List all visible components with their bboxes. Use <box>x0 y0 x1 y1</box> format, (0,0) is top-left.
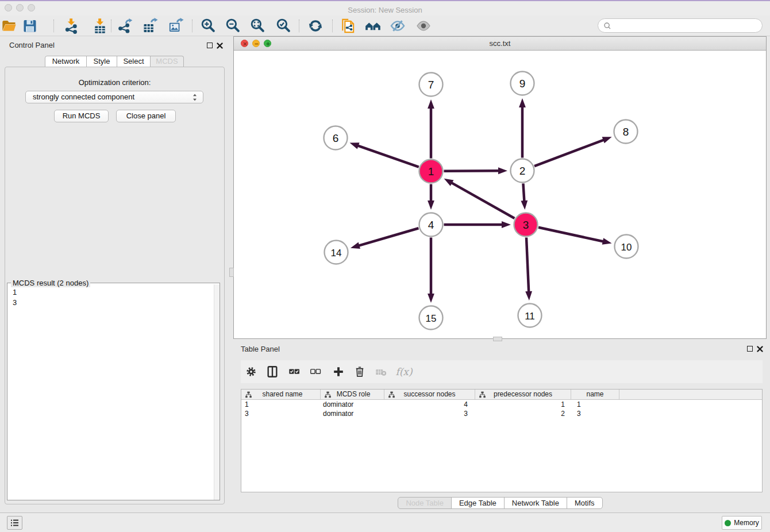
edge-1-4[interactable] <box>428 184 434 210</box>
column-header-predecessor-nodes[interactable]: predecessor nodes <box>475 390 571 399</box>
table-cell[interactable]: 3 <box>241 409 321 418</box>
network-canvas[interactable]: 7968124314101511 <box>234 51 766 339</box>
tab-motifs[interactable]: Motifs <box>567 497 603 509</box>
edge-1-2[interactable] <box>444 167 507 174</box>
mcds-result-text[interactable]: 1 3 <box>7 284 214 500</box>
import-network-button[interactable] <box>61 17 82 34</box>
table-cell[interactable]: 3 <box>571 409 619 418</box>
run-mcds-button[interactable]: Run MCDS <box>54 110 109 122</box>
mcds-result-scrollbar[interactable] <box>214 284 220 500</box>
node-4[interactable]: 4 <box>419 213 443 237</box>
gear-button[interactable] <box>244 365 259 379</box>
node-3[interactable]: 3 <box>514 213 538 237</box>
edge-1-6[interactable] <box>350 142 419 167</box>
control-panel-close-icon[interactable] <box>217 43 223 49</box>
edge-2-3[interactable] <box>521 183 528 210</box>
column-header-name[interactable]: name <box>571 390 619 399</box>
deselect-all-button[interactable] <box>308 365 323 379</box>
zoom-in-button[interactable] <box>198 17 219 34</box>
close-panel-button[interactable]: Close panel <box>116 110 176 122</box>
export-image-button[interactable] <box>165 17 186 34</box>
node-8[interactable]: 8 <box>614 120 638 144</box>
hide-graphics-details-button[interactable] <box>387 17 408 34</box>
columns-button[interactable] <box>265 365 280 379</box>
edge-4-14[interactable] <box>351 228 418 249</box>
export-table-button[interactable] <box>140 17 160 34</box>
node-14[interactable]: 14 <box>325 241 348 264</box>
node-6[interactable]: 6 <box>324 126 348 150</box>
control-panel-float-icon[interactable] <box>207 43 213 48</box>
column-header-shared-name[interactable]: shared name <box>241 390 321 399</box>
tab-mcds[interactable]: MCDS <box>150 56 184 68</box>
edge-3-1[interactable] <box>444 179 515 218</box>
table-cell[interactable]: 4 <box>384 400 475 409</box>
refresh-button[interactable] <box>305 17 326 34</box>
column-header-successor-nodes[interactable]: successor nodes <box>384 390 475 399</box>
tree-sort-icon <box>245 391 252 401</box>
zoom-out-button[interactable] <box>223 17 244 34</box>
node-1[interactable]: 1 <box>419 160 443 183</box>
tab-select[interactable]: Select <box>117 56 151 67</box>
table-toolbar: f(x) <box>241 360 763 383</box>
zoom-selected-button[interactable] <box>274 17 294 34</box>
tab-edge-table[interactable]: Edge Table <box>451 497 505 509</box>
export-network-button[interactable] <box>114 17 135 34</box>
export-image-icon <box>168 18 184 34</box>
trash-button[interactable] <box>352 365 367 379</box>
tab-style[interactable]: Style <box>86 56 117 67</box>
search-input[interactable] <box>614 21 762 30</box>
houses-button[interactable] <box>363 17 383 34</box>
node-2[interactable]: 2 <box>511 159 534 183</box>
edge-3-11[interactable] <box>525 237 532 300</box>
memory-button[interactable]: Memory <box>722 516 762 530</box>
delete-table-button[interactable] <box>374 365 388 379</box>
table-cell[interactable]: 3 <box>384 409 475 418</box>
edge-4-15[interactable] <box>428 238 434 303</box>
add-button[interactable] <box>331 365 346 379</box>
table-body: 1dominator4113dominator323 <box>241 400 762 418</box>
horizontal-splitter-grip[interactable] <box>493 337 502 341</box>
table-cell[interactable]: 2 <box>475 409 571 418</box>
edge-4-3[interactable] <box>444 221 511 228</box>
open-folder-button[interactable] <box>0 17 20 34</box>
show-graphics-details-button[interactable] <box>413 17 434 34</box>
edge-3-10[interactable] <box>538 228 612 245</box>
table-row[interactable]: 3dominator323 <box>241 409 762 418</box>
network-window-titlebar[interactable]: scc.txt <box>234 37 766 51</box>
export-table-icon <box>142 18 158 34</box>
select-all-button[interactable] <box>287 365 302 379</box>
node-10[interactable]: 10 <box>615 235 638 259</box>
edge-2-9[interactable] <box>519 98 526 158</box>
table-panel-float-icon[interactable] <box>747 346 753 352</box>
select-all-icon <box>288 365 301 378</box>
table-cell[interactable]: 1 <box>571 400 619 409</box>
svg-text:3: 3 <box>523 219 529 231</box>
tab-network[interactable]: Network <box>45 56 87 67</box>
node-15[interactable]: 15 <box>419 306 443 330</box>
node-11[interactable]: 11 <box>518 304 542 327</box>
table-cell[interactable]: dominator <box>321 409 384 418</box>
column-header-mcds-role[interactable]: MCDS role <box>321 390 384 399</box>
table-cell[interactable]: 1 <box>241 400 321 409</box>
table-cell[interactable]: dominator <box>321 400 384 409</box>
import-table-button[interactable] <box>90 17 110 34</box>
node-7[interactable]: 7 <box>419 73 443 97</box>
zoom-fit-button[interactable] <box>248 17 268 34</box>
edge-1-7[interactable] <box>428 99 434 159</box>
search-box[interactable] <box>598 18 763 33</box>
share-document-button[interactable] <box>337 17 358 34</box>
node-9[interactable]: 9 <box>511 72 534 95</box>
panel-list-button[interactable] <box>7 516 22 530</box>
edge-2-8[interactable] <box>534 137 612 166</box>
save-button[interactable] <box>20 17 40 34</box>
table-panel-close-icon[interactable] <box>757 346 763 352</box>
tab-node-table[interactable]: Node Table <box>398 497 452 509</box>
svg-text:1: 1 <box>428 165 434 178</box>
table-row[interactable]: 1dominator411 <box>241 400 762 409</box>
function-builder-button[interactable]: f(x) <box>394 365 414 379</box>
criterion-dropdown[interactable]: strongly connected component <box>25 91 203 103</box>
tab-network-table[interactable]: Network Table <box>504 497 567 509</box>
list-icon <box>9 517 21 529</box>
vertical-splitter-grip[interactable] <box>229 268 234 277</box>
table-cell[interactable]: 1 <box>475 400 571 409</box>
